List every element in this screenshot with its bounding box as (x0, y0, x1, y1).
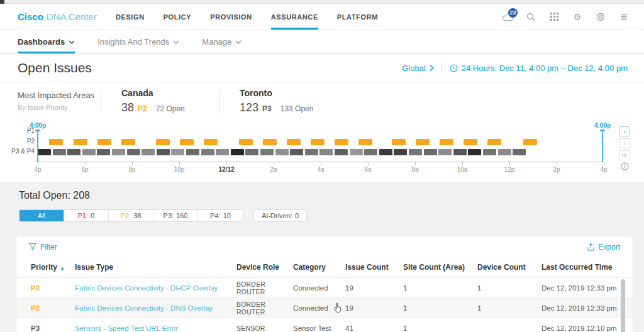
p2-issue-bar[interactable] (156, 139, 170, 145)
p2-issue-bar[interactable] (97, 139, 111, 145)
table-scrollbar[interactable] (621, 279, 625, 332)
p3-p4-issue-segment[interactable] (319, 149, 333, 155)
p3-p4-issue-segment[interactable] (290, 149, 303, 155)
cisco-dna-center-logo[interactable]: Cisco DNA Center (18, 4, 97, 30)
sub-nav-manage[interactable]: Manage (202, 30, 242, 53)
top-nav-assurance[interactable]: ASSURANCE (271, 4, 318, 30)
p2-issue-bar[interactable] (49, 139, 63, 145)
issue-type-link[interactable]: Fabric Devices Connectivity - DNS Overla… (75, 304, 236, 312)
p2-issue-bar[interactable] (180, 139, 194, 145)
p2-issue-bar[interactable] (487, 139, 501, 145)
time-range-button[interactable]: 24 Hours: Dec 11, 4:00 pm – Dec 12, 4:00… (450, 64, 628, 73)
p2-issue-bar[interactable] (263, 139, 277, 145)
p2-issue-bar[interactable] (392, 139, 406, 145)
p3-p4-issue-segment[interactable] (171, 149, 184, 155)
p3-p4-issue-segment[interactable] (335, 149, 348, 155)
filter-p1[interactable]: P1:0 (64, 210, 109, 221)
pan-left-button[interactable]: ‹ (619, 126, 630, 136)
filter-p2[interactable]: P2:38 (109, 210, 153, 221)
p2-issue-bar[interactable] (464, 139, 477, 145)
p3-p4-issue-segment[interactable] (513, 149, 526, 155)
p3-p4-issue-segment[interactable] (350, 149, 363, 155)
p3-p4-issue-segment[interactable] (409, 149, 422, 155)
p3-p4-issue-segment[interactable] (82, 149, 96, 155)
tick-mark (85, 162, 86, 165)
impact-area-toronto[interactable]: Toronto123P3133 Open (230, 88, 327, 114)
info-icon[interactable] (621, 162, 629, 170)
p2-issue-bar[interactable] (239, 139, 253, 145)
p3-p4-issue-segment[interactable] (38, 149, 51, 155)
p2-issue-bar[interactable] (74, 139, 87, 145)
filter-p3[interactable]: P3:160 (153, 210, 198, 221)
column-header-category[interactable]: Category (293, 263, 345, 272)
p2-issue-bar[interactable] (416, 139, 430, 145)
p2-issue-bar[interactable] (358, 139, 372, 145)
p3-p4-issue-segment[interactable] (245, 149, 258, 155)
p3-p4-issue-segment[interactable] (201, 149, 214, 155)
p3-p4-issue-segment[interactable] (453, 149, 467, 155)
top-nav-platform[interactable]: PLATFORM (337, 4, 378, 30)
p3-p4-issue-segment[interactable] (424, 149, 437, 155)
pan-right-button[interactable]: › (619, 138, 630, 148)
issue-type-link[interactable]: Sensors - Speed Test URL Error (75, 324, 236, 332)
p3-p4-issue-segment[interactable] (260, 149, 274, 155)
p3-p4-issue-segment[interactable] (379, 149, 392, 155)
column-header-site-count-area[interactable]: Site Count (Area) (403, 263, 477, 272)
p3-p4-issue-segment[interactable] (186, 149, 199, 155)
top-nav-policy[interactable]: POLICY (164, 4, 192, 30)
p3-p4-issue-segment[interactable] (498, 149, 511, 155)
p3-p4-issue-segment[interactable] (97, 149, 110, 155)
column-header-device-role[interactable]: Device Role (236, 263, 293, 272)
sub-nav-insights-and-trends[interactable]: Insights And Trends (97, 30, 179, 53)
p2-issue-bar[interactable] (311, 139, 325, 145)
p3-p4-issue-segment[interactable] (394, 149, 407, 155)
p3-p4-issue-segment[interactable] (127, 149, 140, 155)
p2-issue-bar[interactable] (204, 139, 218, 145)
help-icon[interactable] (594, 11, 607, 23)
issue-type-link[interactable]: Fabric Devices Connectivity - DHCP Overl… (75, 284, 236, 292)
cloud-icon[interactable]: 23 (501, 11, 514, 23)
p2-issue-bar[interactable] (121, 139, 135, 145)
sub-nav-dashboards[interactable]: Dashboards (18, 30, 75, 53)
p3-p4-issue-segment[interactable] (142, 149, 155, 155)
filter-all[interactable]: All (19, 210, 64, 221)
p2-issue-bar[interactable] (523, 139, 537, 145)
p3-p4-issue-segment[interactable] (53, 149, 66, 155)
table-row[interactable]: P2Fabric Devices Connectivity - DHCP Ove… (16, 277, 633, 297)
p3-p4-issue-segment[interactable] (216, 149, 229, 155)
table-row[interactable]: P2Fabric Devices Connectivity - DNS Over… (16, 297, 633, 318)
table-row[interactable]: P3Sensors - Speed Test URL ErrorSENSORSe… (16, 318, 633, 332)
timeline-chart[interactable]: 4p6p8p10p12/122a4a6a8a10a12p2p4p 4:00p 4… (38, 119, 604, 182)
column-header-device-count[interactable]: Device Count (477, 263, 541, 272)
p3-p4-issue-segment[interactable] (438, 149, 452, 155)
p3-p4-issue-segment[interactable] (231, 149, 244, 155)
p2-issue-bar[interactable] (440, 139, 453, 145)
p3-p4-issue-segment[interactable] (364, 149, 377, 155)
impact-area-canada[interactable]: Canada38P272 Open (111, 88, 209, 114)
p3-p4-issue-segment[interactable] (67, 149, 80, 155)
p3-p4-issue-segment[interactable] (468, 149, 481, 155)
p3-p4-issue-segment[interactable] (275, 149, 289, 155)
p3-p4-issue-segment[interactable] (483, 149, 496, 155)
activity-log-icon[interactable]: ≣ (618, 11, 630, 23)
p3-p4-issue-segment[interactable] (112, 149, 125, 155)
search-icon[interactable] (525, 11, 537, 23)
p3-p4-issue-segment[interactable] (157, 149, 170, 155)
top-nav-design[interactable]: DESIGN (116, 4, 145, 30)
ai-driven-filter-button[interactable]: AI-Driven: 0 (253, 209, 307, 222)
export-button[interactable]: Export (587, 243, 620, 252)
p2-issue-bar[interactable] (287, 139, 301, 145)
p2-issue-bar[interactable] (335, 139, 348, 145)
column-header-priority[interactable]: Priority▲ (31, 263, 75, 272)
refresh-button[interactable]: ⟳ (619, 150, 630, 160)
filter-p4[interactable]: P4:10 (198, 210, 243, 221)
top-nav-provision[interactable]: PROVISION (210, 4, 252, 30)
p3-p4-issue-segment[interactable] (305, 149, 318, 155)
gear-icon[interactable]: ⚙ (571, 11, 584, 23)
column-header-issue-count[interactable]: Issue Count (345, 263, 403, 272)
apps-grid-icon[interactable] (548, 11, 560, 23)
filter-button[interactable]: Filter (29, 243, 57, 252)
global-scope-button[interactable]: Global (402, 64, 434, 73)
column-header-issue-type[interactable]: Issue Type (75, 263, 236, 272)
column-header-last-occurred-time[interactable]: Last Occurred Time (541, 263, 633, 272)
